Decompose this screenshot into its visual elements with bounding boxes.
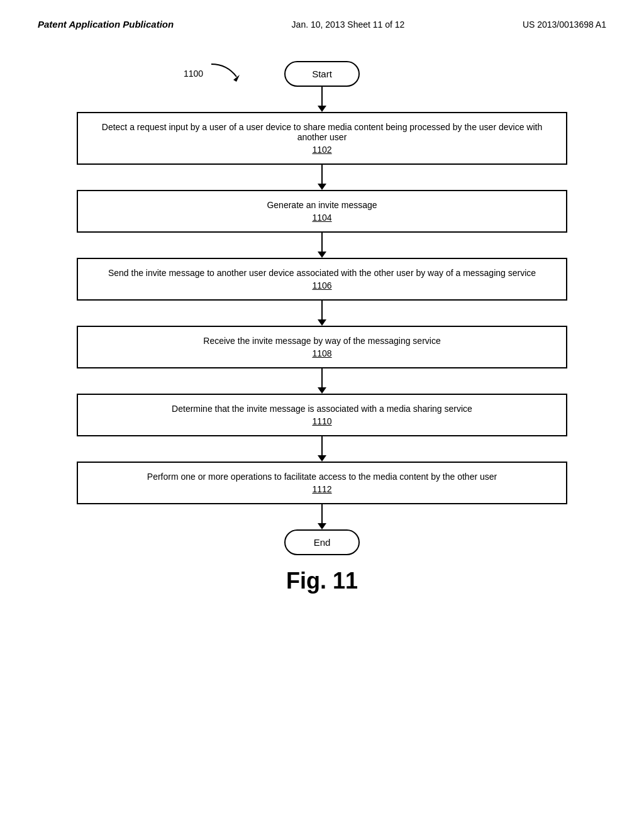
end-label: End (314, 537, 331, 548)
arrow-line (321, 165, 323, 184)
arrow-line (321, 233, 323, 252)
start-node: Start (284, 61, 360, 87)
step-1110-text: Determine that the invite message is ass… (172, 404, 472, 414)
step-1104-box: Generate an invite message 1104 (77, 190, 567, 233)
start-label: Start (312, 69, 332, 79)
step-1106-box: Send the invite message to another user … (77, 258, 567, 301)
arrow-line (321, 504, 323, 523)
arrow-1 (318, 165, 326, 190)
step-1112-box: Perform one or more operations to facili… (77, 462, 567, 504)
arrow-head (318, 106, 326, 112)
label-arrow-icon (208, 61, 246, 86)
diagram-label: 1100 (184, 69, 203, 79)
step-1106-id: 1106 (91, 280, 553, 290)
flowchart: 1100 Start Detect a request input by a u… (0, 42, 644, 619)
arrow-0 (318, 87, 326, 112)
arrow-line (321, 87, 323, 106)
arrow-5 (318, 436, 326, 462)
header-patent-number: US 2013/0013698 A1 (523, 19, 606, 30)
step-1104-id: 1104 (91, 213, 553, 223)
diagram-label-group: 1100 (184, 61, 246, 86)
step-1108-id: 1108 (91, 348, 553, 358)
header-date-sheet: Jan. 10, 2013 Sheet 11 of 12 (292, 19, 405, 30)
start-group: 1100 Start (284, 61, 360, 87)
arrow-head (318, 184, 326, 190)
arrow-6 (318, 504, 326, 529)
arrow-line (321, 301, 323, 319)
step-1102-id: 1102 (91, 145, 553, 155)
header: Patent Application Publication Jan. 10, … (0, 0, 644, 42)
arrow-2 (318, 233, 326, 258)
arrow-3 (318, 301, 326, 326)
arrow-head (318, 252, 326, 258)
figure-label: Fig. 11 (286, 568, 358, 594)
step-1108-box: Receive the invite message by way of the… (77, 326, 567, 368)
step-1106-text: Send the invite message to another user … (108, 268, 536, 278)
arrow-head (318, 387, 326, 394)
header-publication-type: Patent Application Publication (38, 19, 174, 30)
step-1102-box: Detect a request input by a user of a us… (77, 112, 567, 165)
arrow-head (318, 319, 326, 326)
step-1112-id: 1112 (91, 484, 553, 494)
step-1104-text: Generate an invite message (267, 200, 377, 210)
step-1110-id: 1110 (91, 416, 553, 426)
end-node: End (284, 529, 360, 555)
page: Patent Application Publication Jan. 10, … (0, 0, 644, 830)
step-1112-text: Perform one or more operations to facili… (147, 472, 497, 482)
arrow-head (318, 523, 326, 529)
step-1110-box: Determine that the invite message is ass… (77, 394, 567, 436)
step-1108-text: Receive the invite message by way of the… (203, 336, 440, 346)
arrow-4 (318, 368, 326, 394)
arrow-head (318, 455, 326, 462)
step-1102-text: Detect a request input by a user of a us… (102, 122, 542, 142)
arrow-line (321, 368, 323, 387)
arrow-line (321, 436, 323, 455)
